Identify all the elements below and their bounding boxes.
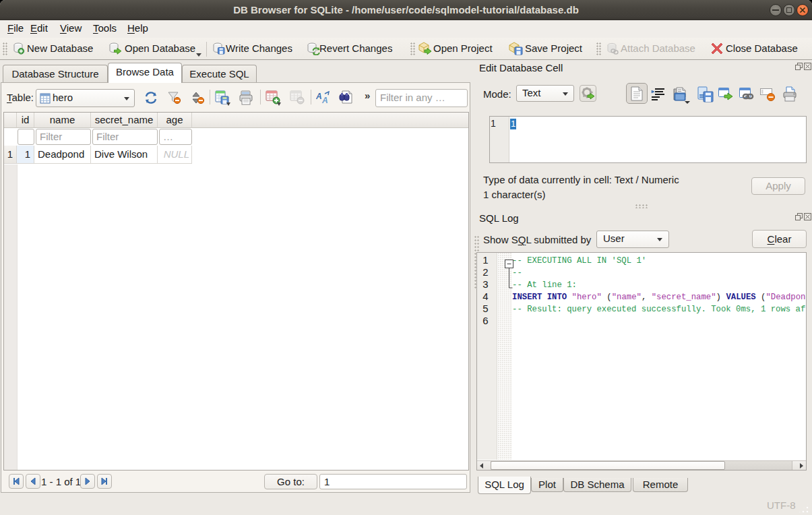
svg-text:A: A	[321, 96, 328, 104]
svg-text:A: A	[316, 92, 322, 101]
